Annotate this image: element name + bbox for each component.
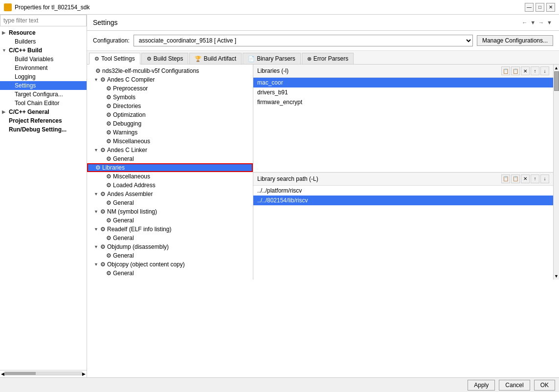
ok-button[interactable]: OK <box>534 380 555 391</box>
tool-item-loadedaddr[interactable]: ⚙Loaded Address <box>87 181 253 190</box>
tool-arrow-icon: ▼ <box>94 148 99 152</box>
filter-input[interactable] <box>0 15 87 26</box>
sidebar-item-label: Settings <box>15 82 36 89</box>
library-item[interactable]: drivers_b91 <box>253 87 553 97</box>
scroll-down-arrow[interactable]: ▼ <box>553 273 559 280</box>
search-delete-btn[interactable]: ✕ <box>521 174 530 183</box>
tab-label-errorparsers: Error Parsers <box>313 55 348 62</box>
scroll-up-arrow[interactable]: ▲ <box>553 65 559 71</box>
tabs-bar: ⚙Tool Settings⚙Build Steps🏆Build Artifac… <box>87 51 559 65</box>
search-path-item[interactable]: ../../802154/lib/riscv <box>253 196 553 205</box>
tool-item-symbols[interactable]: ⚙Symbols <box>87 93 253 102</box>
tool-item-debugging[interactable]: ⚙Debugging <box>87 119 253 128</box>
sidebar-item-logging[interactable]: Logging <box>0 72 87 81</box>
search-add-btn[interactable]: 📋 <box>501 174 510 183</box>
lib-copy-btn[interactable]: 📋 <box>511 66 520 75</box>
tool-item-objdump-general[interactable]: ⚙General <box>87 251 253 260</box>
left-scroll-bar[interactable] <box>4 371 82 375</box>
tool-item-label: Libraries <box>102 164 125 171</box>
tool-item-andeslinker[interactable]: ▼⚙Andes C Linker <box>87 146 253 154</box>
libraries-section-tools: 📋 📋 ✕ ↑ ↓ <box>501 66 549 75</box>
tab-errorparsers[interactable]: ⊗Error Parsers <box>302 53 354 64</box>
sidebar-item-targetconfig[interactable]: Target Configura... <box>0 90 87 99</box>
sidebar-item-cppgeneral[interactable]: ▶C/C++ General <box>0 108 87 116</box>
sidebar-item-environment[interactable]: Environment <box>0 64 87 72</box>
tab-icon-buildartifact: 🏆 <box>195 56 201 62</box>
sidebar-item-settings[interactable]: Settings <box>0 81 87 90</box>
close-button[interactable]: ✕ <box>546 3 555 12</box>
tool-item-nm[interactable]: ▼⚙NM (symbol listing) <box>87 207 253 216</box>
libraries-section-header: Libraries (-l) 📋 📋 ✕ ↑ ↓ <box>253 65 553 78</box>
maximize-button[interactable]: □ <box>536 3 544 12</box>
sidebar-item-label: Builders <box>15 38 36 45</box>
sidebar-item-label: Build Variables <box>15 56 53 63</box>
tab-binaryparsers[interactable]: 📄Binary Parsers <box>243 53 301 64</box>
sidebar-item-resource[interactable]: ▶Resource <box>0 28 87 37</box>
apply-button[interactable]: Apply <box>468 380 495 391</box>
tab-buildsteps[interactable]: ⚙Build Steps <box>141 53 189 64</box>
tool-item-objdump[interactable]: ▼⚙Objdump (disassembly) <box>87 242 253 251</box>
config-label: Configuration: <box>93 37 130 44</box>
sidebar-item-label: Run/Debug Setting... <box>9 126 67 133</box>
tool-item-directories[interactable]: ⚙Directories <box>87 102 253 110</box>
tool-item-label: Andes C Compiler <box>107 76 155 83</box>
scroll-thumb[interactable] <box>554 71 559 91</box>
nav-back-arrow[interactable]: ← <box>521 19 528 26</box>
nav-back-dropdown[interactable]: ▼ <box>529 19 537 26</box>
tool-item-objcopy[interactable]: ▼⚙Objcopy (object content copy) <box>87 260 253 269</box>
sidebar-item-projrefs[interactable]: Project References <box>0 116 87 125</box>
minimize-button[interactable]: — <box>525 3 534 12</box>
main-container: ▶ResourceBuilders▼C/C++ BuildBuild Varia… <box>0 15 559 377</box>
search-copy-btn[interactable]: 📋 <box>511 174 520 183</box>
search-down-btn[interactable]: ↓ <box>540 174 549 183</box>
config-dropdown[interactable]: associate_coordinator_9518 [ Active ] <box>134 35 473 46</box>
nav-forward-dropdown[interactable]: ▼ <box>546 19 553 26</box>
sidebar-item-cppbuild[interactable]: ▼C/C++ Build <box>0 46 87 55</box>
nav-forward-arrow[interactable]: → <box>537 19 545 26</box>
left-scroll-left-arrow[interactable]: ◀ <box>1 371 4 376</box>
lib-up-btn[interactable]: ↑ <box>531 66 539 75</box>
tool-item-optimization[interactable]: ⚙Optimization <box>87 110 253 119</box>
right-scrollbar[interactable]: ▲ ▼ <box>553 65 559 280</box>
tab-icon-buildsteps: ⚙ <box>147 56 152 62</box>
sidebar-item-builders[interactable]: Builders <box>0 37 87 46</box>
lib-down-btn[interactable]: ↓ <box>540 66 549 75</box>
tool-item-andesc[interactable]: ▼⚙Andes C Compiler <box>87 75 253 84</box>
lib-delete-btn[interactable]: ✕ <box>521 66 530 75</box>
search-path-item[interactable]: ../../platform/riscv <box>253 186 553 196</box>
sidebar-item-rundebug[interactable]: Run/Debug Setting... <box>0 125 87 134</box>
tool-item-asm-general[interactable]: ⚙General <box>87 198 253 207</box>
tool-gear-icon: ⚙ <box>106 173 112 180</box>
left-tree-nav: ▶ResourceBuilders▼C/C++ BuildBuild Varia… <box>0 26 87 370</box>
tool-item-readelf-general[interactable]: ⚙General <box>87 234 253 242</box>
tool-gear-icon: ⚙ <box>106 138 112 145</box>
tool-item-nds32[interactable]: ⚙nds32le-elf-mculib-v5f Configurations <box>87 66 253 75</box>
tool-gear-icon: ⚙ <box>106 182 112 189</box>
tool-item-linker-general[interactable]: ⚙General <box>87 154 253 163</box>
lib-add-btn[interactable]: 📋 <box>501 66 510 75</box>
tool-item-libraries[interactable]: ⚙Libraries <box>87 163 253 172</box>
manage-configurations-button[interactable]: Manage Configurations... <box>477 35 553 46</box>
tool-gear-icon: ⚙ <box>106 217 112 224</box>
tab-buildartifact[interactable]: 🏆Build Artifact <box>189 53 242 64</box>
library-item[interactable]: firmware_encrypt <box>253 97 553 107</box>
tool-item-nm-general[interactable]: ⚙General <box>87 216 253 225</box>
left-scroll-right-arrow[interactable]: ▶ <box>82 371 86 376</box>
tool-item-linker-misc[interactable]: ⚙Miscellaneous <box>87 172 253 181</box>
library-item[interactable]: mac_coor <box>253 78 553 87</box>
tool-item-assembler[interactable]: ▼⚙Andes Assembler <box>87 190 253 198</box>
tool-item-preprocessor[interactable]: ⚙Preprocessor <box>87 84 253 93</box>
tab-toolsettings[interactable]: ⚙Tool Settings <box>89 53 140 65</box>
cancel-button[interactable]: Cancel <box>499 380 530 391</box>
sidebar-item-label: Environment <box>15 65 47 71</box>
tool-item-readelf[interactable]: ▼⚙Readelf (ELF info listing) <box>87 225 253 234</box>
tool-item-objcopy-general[interactable]: ⚙General <box>87 269 253 278</box>
tool-item-miscellaneous[interactable]: ⚙Miscellaneous <box>87 137 253 146</box>
tab-icon-binaryparsers: 📄 <box>248 56 255 62</box>
sidebar-item-toolchain[interactable]: Tool Chain Editor <box>0 99 87 108</box>
tool-gear-icon: ⚙ <box>106 252 112 259</box>
sidebar-item-buildvariables[interactable]: Build Variables <box>0 55 87 64</box>
tool-item-warnings[interactable]: ⚙Warnings <box>87 128 253 137</box>
search-up-btn[interactable]: ↑ <box>531 174 539 183</box>
tool-item-label: Symbols <box>113 94 135 101</box>
